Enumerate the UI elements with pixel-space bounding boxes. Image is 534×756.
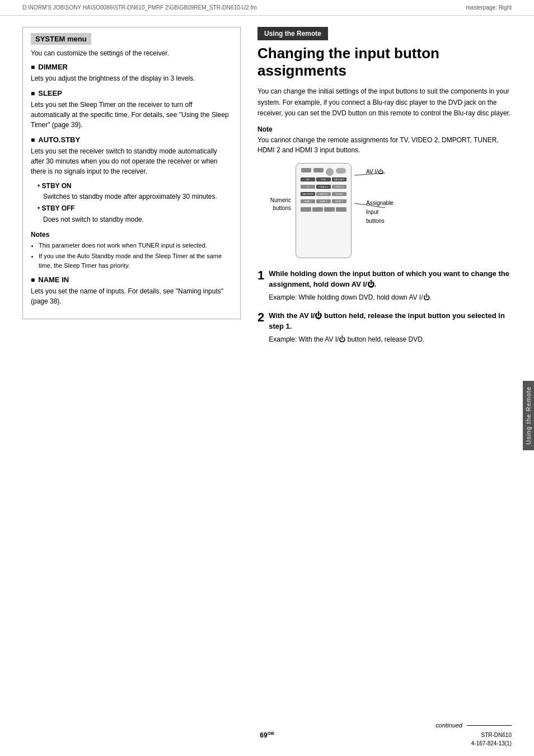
header-masterpage: masterpage: Right bbox=[466, 4, 512, 11]
note-label: Note bbox=[257, 125, 512, 133]
intro-text: You can change the initial settings of t… bbox=[257, 86, 512, 119]
dimmer-heading: DIMMER bbox=[31, 63, 232, 71]
step-1: 1 While holding down the input button of… bbox=[257, 268, 512, 302]
remote-device: BD DVD SAT/CATV TV VIDEO 1 VIDEO 2 SA-CD… bbox=[296, 163, 357, 258]
remote-top-btn-1 bbox=[301, 168, 311, 172]
bottom-btn-4 bbox=[336, 207, 346, 212]
system-menu-box: SYSTEM menu You can customize the settin… bbox=[22, 27, 241, 319]
bd-btn: BD bbox=[301, 178, 315, 181]
step-2-title: With the AV I/⏻ button held, release the… bbox=[269, 310, 512, 332]
page-header: D:\NORM'S JOB\SONY HA\SO0086\STR-DN610_P… bbox=[0, 0, 534, 16]
remote-diagram: Numericbuttons BD DVD SAT/CATV bbox=[257, 163, 512, 258]
remote-image: BD DVD SAT/CATV TV VIDEO 1 VIDEO 2 SA-CD… bbox=[296, 163, 352, 258]
autostby-heading: AUTO.STBY bbox=[31, 136, 232, 144]
remote-oval-btn bbox=[336, 168, 346, 174]
stby-on-label: STBY ON bbox=[42, 182, 72, 190]
page-number: 69GB bbox=[260, 731, 274, 739]
tuner-btn: TUNER bbox=[332, 192, 346, 196]
numeric-label: Numericbuttons bbox=[257, 163, 291, 212]
namein-heading: NAME IN bbox=[31, 276, 232, 284]
hdmi3-btn: HDMI 3 bbox=[332, 199, 346, 203]
dvd-btn: DVD bbox=[316, 178, 331, 181]
sleep-heading: SLEEP bbox=[31, 89, 232, 97]
svg-line-0 bbox=[354, 173, 385, 175]
note-item-2: If you use the Auto Standby mode and the… bbox=[39, 251, 232, 270]
autostby-body: Lets you set the receiver switch to stan… bbox=[31, 146, 232, 176]
continued-label: continued bbox=[435, 722, 534, 729]
note-section: Note You cannot change the remote assign… bbox=[257, 125, 512, 155]
hdmi2-btn: HDMI 2 bbox=[316, 199, 331, 203]
remote-grid-3: SA-CD/CD DMPORT TUNER bbox=[296, 190, 351, 198]
sleep-body: Lets you set the Sleep Timer on the rece… bbox=[31, 100, 232, 130]
video2-btn: VIDEO 2 bbox=[332, 185, 346, 189]
content-area: SYSTEM menu You can customize the settin… bbox=[0, 16, 534, 363]
bottom-right: STR-DN610 4-167-824-13(1) bbox=[471, 731, 512, 748]
part-number: 4-167-824-13(1) bbox=[471, 739, 512, 748]
step-1-content: While holding down the input button of w… bbox=[269, 268, 512, 302]
step-2-number: 2 bbox=[257, 311, 264, 324]
bottom-btn-2 bbox=[312, 207, 323, 212]
step-2-example: Example: With the AV I/⏻ button held, re… bbox=[269, 334, 512, 344]
left-column: SYSTEM menu You can customize the settin… bbox=[22, 27, 241, 352]
dmport-btn: DMPORT bbox=[316, 192, 331, 196]
video1-btn: VIDEO 1 bbox=[316, 185, 331, 189]
bottom-btn-3 bbox=[324, 207, 335, 212]
remote-bottom-btns bbox=[296, 205, 351, 214]
step-1-title: While holding down the input button of w… bbox=[269, 268, 512, 290]
note-item-1: This parameter does not work when TUNER … bbox=[39, 241, 232, 250]
notes-list: This parameter does not work when TUNER … bbox=[31, 241, 232, 270]
notes-box: Notes This parameter does not work when … bbox=[31, 231, 232, 270]
stby-off-text: Does not switch to standby mode. bbox=[43, 216, 144, 223]
step-1-number: 1 bbox=[257, 269, 264, 282]
step-2: 2 With the AV I/⏻ button held, release t… bbox=[257, 310, 512, 344]
hdmi1-btn: HDMI 1 bbox=[301, 199, 315, 203]
namein-body: Lets you set the name of inputs. For det… bbox=[31, 286, 232, 306]
remote-grid-4: HDMI 1 HDMI 2 HDMI 3 bbox=[296, 198, 351, 205]
diagram-lines bbox=[352, 163, 396, 258]
bottom-btn-1 bbox=[301, 207, 311, 212]
model-number: STR-DN610 bbox=[471, 731, 512, 739]
remote-grid-1: BD DVD SAT/CATV bbox=[296, 176, 351, 183]
step-1-example: Example: While holding down DVD, hold do… bbox=[269, 292, 512, 302]
step-2-content: With the AV I/⏻ button held, release the… bbox=[269, 310, 512, 344]
remote-circle-power bbox=[326, 168, 334, 176]
remote-grid-2: TV VIDEO 1 VIDEO 2 bbox=[296, 183, 351, 190]
side-tab: Using the Remote bbox=[523, 381, 534, 450]
bullet-stby-on: • STBY ON Switches to standby mode after… bbox=[38, 181, 232, 202]
svg-line-1 bbox=[354, 203, 385, 208]
dimmer-body: Lets you adjust the brightness of the di… bbox=[31, 73, 232, 83]
autostby-bullets: • STBY ON Switches to standby mode after… bbox=[38, 181, 232, 225]
tv-btn: TV bbox=[301, 185, 315, 189]
remote-top-btn-2 bbox=[313, 168, 324, 172]
sacd-btn: SA-CD/CD bbox=[301, 192, 315, 196]
page-title: Changing the input button assignments bbox=[257, 45, 512, 80]
using-remote-tab: Using the Remote bbox=[257, 27, 328, 40]
system-menu-desc: You can customize the settings of the re… bbox=[31, 49, 232, 57]
stby-on-text: Switches to standby mode after approxima… bbox=[43, 193, 217, 200]
right-column: Using the Remote Changing the input butt… bbox=[257, 27, 512, 352]
stby-off-label: STBY OFF bbox=[42, 204, 75, 212]
bullet-stby-off: • STBY OFF Does not switch to standby mo… bbox=[38, 203, 232, 225]
header-filepath: D:\NORM'S JOB\SONY HA\SO0086\STR-DN610_P… bbox=[22, 4, 257, 11]
notes-title: Notes bbox=[31, 231, 232, 239]
system-menu-title: SYSTEM menu bbox=[31, 33, 91, 45]
sat-btn: SAT/CATV bbox=[332, 178, 346, 181]
note-text: You cannot change the remote assignments… bbox=[257, 135, 512, 155]
page-footer: continued 69GB bbox=[0, 722, 534, 739]
